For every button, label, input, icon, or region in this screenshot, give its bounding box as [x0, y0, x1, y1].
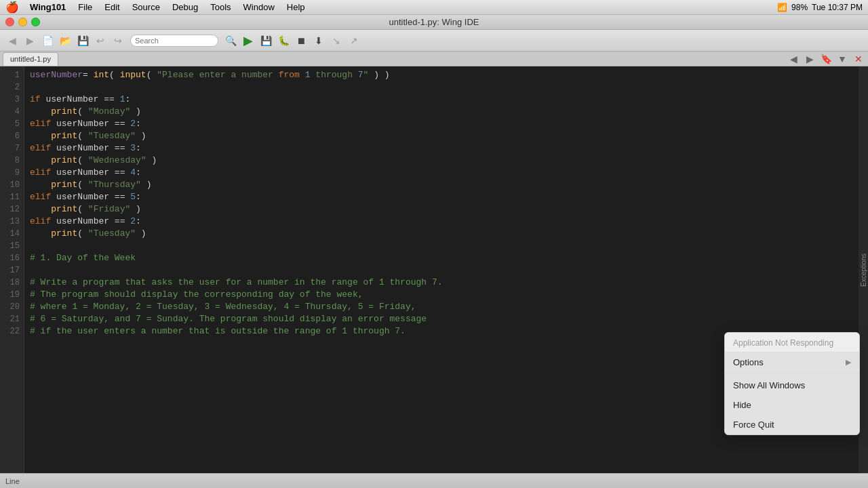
window-controls	[5, 18, 40, 26]
code-line-19: # The program should display the corresp…	[30, 289, 853, 301]
menubar-window[interactable]: Window	[238, 1, 280, 14]
tab-navigation: ◀ ▶ 🔖 ▼ ✕	[787, 52, 865, 66]
hide-label: Hide	[733, 400, 751, 410]
menubar: 🍎 Wing101 File Edit Source Debug Tools W…	[0, 0, 868, 15]
code-line-21: # 6 = Saturday, and 7 = Sunday. The prog…	[30, 313, 853, 325]
code-line-18: # Write a program that asks the user for…	[30, 277, 853, 289]
code-line-14: print( "Tuesday" )	[30, 228, 853, 240]
battery-label: 98%	[791, 3, 808, 12]
new-file-button[interactable]: 📄	[39, 33, 56, 48]
menubar-source[interactable]: Source	[127, 1, 165, 14]
time-label: Tue 10:37 PM	[812, 3, 863, 12]
line-indicator: Line	[5, 477, 20, 485]
open-file-button[interactable]: 📂	[57, 33, 73, 48]
step-out-button[interactable]: ↗	[346, 33, 362, 48]
context-menu-header: Application Not Responding	[725, 333, 859, 352]
redo-button[interactable]: ↪	[110, 33, 126, 48]
apple-menu[interactable]: 🍎	[5, 1, 19, 14]
exceptions-panel: Exceptions	[859, 66, 868, 473]
minimize-button[interactable]	[18, 18, 27, 26]
tab-nav-back[interactable]: ◀	[787, 52, 800, 66]
menubar-help[interactable]: Help	[281, 1, 311, 14]
tab-down[interactable]: ▼	[835, 52, 849, 66]
titlebar: untitled-1.py: Wing IDE	[0, 15, 868, 30]
code-line-7: elif userNumber == 3:	[30, 142, 853, 155]
close-button[interactable]	[5, 18, 14, 26]
options-arrow-icon: ▶	[846, 358, 851, 367]
code-line-9: elif userNumber == 4:	[30, 167, 853, 179]
context-menu-separator	[725, 373, 859, 374]
code-line-1: userNumber= int( input( "Please enter a …	[30, 69, 853, 81]
step-in-button[interactable]: ↘	[328, 33, 344, 48]
tab-close[interactable]: ✕	[852, 52, 865, 66]
code-line-10: print( "Thursday" )	[30, 179, 853, 191]
tab-label: untitled-1.py	[10, 55, 51, 63]
maximize-button[interactable]	[31, 18, 40, 26]
editor-tab[interactable]: untitled-1.py	[3, 52, 58, 66]
show-all-windows-label: Show All Windows	[733, 380, 805, 390]
forward-button[interactable]: ▶	[22, 33, 38, 48]
context-menu-show-all-windows[interactable]: Show All Windows	[725, 375, 859, 395]
tab-bookmark[interactable]: 🔖	[819, 52, 833, 66]
toolbar: ◀ ▶ 📄 📂 💾 ↩ ↪ 🔍 ▶ 💾 🐛 ⏹ ⬇ ↘ ↗	[0, 30, 868, 52]
debug-run-button[interactable]: ⏹	[293, 33, 309, 48]
run-button[interactable]: ▶	[240, 33, 256, 48]
code-line-16: # 1. Day of the Week	[30, 252, 853, 264]
window-title: untitled-1.py: Wing IDE	[389, 17, 479, 27]
code-line-12: print( "Friday" )	[30, 203, 853, 216]
step-over-button[interactable]: ⬇	[311, 33, 327, 48]
debug-stop-button[interactable]: 🐛	[275, 33, 292, 48]
code-line-4: print( "Monday" )	[30, 106, 853, 118]
code-line-3: if userNumber == 1:	[30, 94, 853, 106]
bottom-bar: Line	[0, 473, 868, 488]
tab-nav-forward[interactable]: ▶	[803, 52, 816, 66]
back-button[interactable]: ◀	[4, 33, 20, 48]
context-menu-options[interactable]: Options ▶	[725, 352, 859, 372]
code-line-11: elif userNumber == 5:	[30, 191, 853, 203]
code-line-15	[30, 240, 853, 252]
code-line-6: print( "Tuesday" )	[30, 130, 853, 142]
wifi-icon: 📶	[777, 3, 787, 12]
menubar-tools[interactable]: Tools	[205, 1, 236, 14]
menubar-wing101[interactable]: Wing101	[24, 1, 71, 14]
code-line-2	[30, 81, 853, 94]
menubar-edit[interactable]: Edit	[99, 1, 125, 14]
context-menu: Application Not Responding Options ▶ Sho…	[724, 332, 860, 435]
line-numbers: 12345678910111213141516171819202122	[0, 66, 24, 473]
search-button[interactable]: 🔍	[222, 33, 239, 48]
code-line-20: # where 1 = Monday, 2 = Tuesday, 3 = Wed…	[30, 301, 853, 313]
force-quit-label: Force Quit	[733, 420, 774, 430]
context-menu-hide[interactable]: Hide	[725, 395, 859, 415]
save-button[interactable]: 💾	[75, 33, 91, 48]
code-line-5: elif userNumber == 2:	[30, 118, 853, 130]
menubar-debug[interactable]: Debug	[167, 1, 203, 14]
code-line-13: elif userNumber == 2:	[30, 216, 853, 228]
code-line-8: print( "Wednesday" )	[30, 155, 853, 167]
menubar-right: 📶 98% Tue 10:37 PM	[777, 3, 863, 12]
code-line-17	[30, 264, 853, 277]
menubar-file[interactable]: File	[73, 1, 98, 14]
exceptions-label: Exceptions	[857, 251, 869, 289]
search-input[interactable]	[130, 35, 218, 47]
context-menu-force-quit[interactable]: Force Quit	[725, 415, 859, 434]
save-file-button[interactable]: 💾	[258, 33, 274, 48]
tabbar: untitled-1.py ◀ ▶ 🔖 ▼ ✕	[0, 52, 868, 66]
undo-button[interactable]: ↩	[92, 33, 108, 48]
context-menu-options-label: Options	[733, 357, 764, 367]
